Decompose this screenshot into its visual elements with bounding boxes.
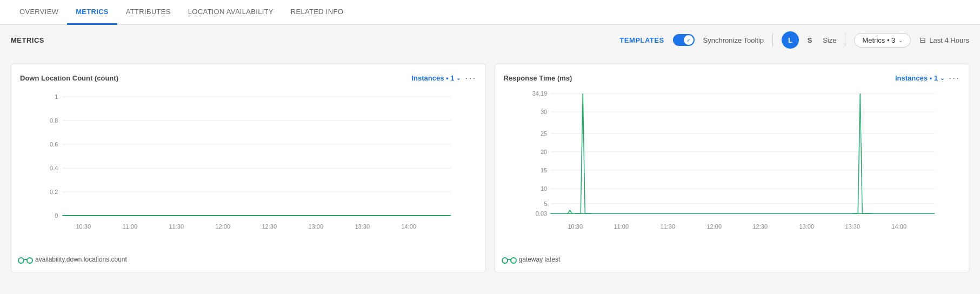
chart-area-2: 34.19 30 25 20 15 10 5 0.03 10:30 11 (504, 89, 961, 251)
svg-text:10: 10 (541, 185, 547, 192)
templates-label: TEMPLATES (619, 36, 664, 44)
svg-text:0.6: 0.6 (50, 141, 58, 148)
svg-text:10:30: 10:30 (76, 223, 91, 230)
chart-card-1: Down Location Count (count) Instances • … (11, 64, 486, 272)
svg-text:20: 20 (541, 149, 547, 155)
legend-icon-2 (504, 259, 515, 260)
svg-text:12:30: 12:30 (262, 223, 277, 230)
svg-text:13:30: 13:30 (845, 223, 860, 230)
chart-legend-1: availability.down.locations.count (20, 256, 477, 263)
svg-text:12:30: 12:30 (752, 223, 768, 230)
chart-legend-2: gateway latest (504, 256, 961, 263)
chart-title-2: Response Time (ms) (504, 74, 572, 82)
svg-text:12:00: 12:00 (706, 223, 722, 230)
legend-icon-1 (20, 259, 31, 260)
svg-text:14:00: 14:00 (891, 223, 906, 230)
main-content: Down Location Count (count) Instances • … (0, 55, 980, 281)
instances-link-2[interactable]: Instances • 1 ⌄ (895, 74, 944, 82)
nav-tabs: OVERVIEW METRICS ATTRIBUTES LOCATION AVA… (0, 0, 980, 25)
svg-text:5: 5 (544, 201, 547, 207)
toggle-switch[interactable]: ✓ (673, 34, 695, 46)
svg-text:0.03: 0.03 (535, 210, 546, 217)
svg-text:10:30: 10:30 (568, 223, 583, 230)
toggle-knob: ✓ (684, 35, 694, 45)
legend-text-2: gateway latest (519, 256, 561, 263)
calendar-icon: ⊟ (919, 36, 926, 44)
tab-metrics[interactable]: METRICS (67, 0, 117, 25)
metrics-dropdown-label: Metrics • 3 (862, 36, 895, 44)
more-options-button-1[interactable]: ··· (465, 73, 476, 83)
svg-text:1: 1 (55, 93, 58, 100)
svg-text:25: 25 (541, 130, 547, 137)
more-options-button-2[interactable]: ··· (949, 73, 960, 83)
toolbar-divider-2 (845, 34, 845, 46)
svg-text:13:00: 13:00 (799, 223, 814, 230)
instances-label-1: Instances • 1 (412, 74, 455, 82)
toolbar: METRICS TEMPLATES ✓ Synchronize Tooltip … (0, 25, 980, 55)
size-l-button[interactable]: L (782, 31, 799, 49)
chart-header-2: Response Time (ms) Instances • 1 ⌄ ··· (504, 73, 961, 83)
chart-svg-2: 34.19 30 25 20 15 10 5 0.03 10:30 11 (504, 89, 961, 251)
sync-tooltip-toggle[interactable]: ✓ (673, 34, 695, 46)
svg-text:12:00: 12:00 (215, 223, 230, 230)
chart-header-right-2: Instances • 1 ⌄ ··· (895, 73, 960, 83)
chart-area-1: 1 0.8 0.6 0.4 0.2 0 10:30 11:00 11:30 12… (20, 89, 477, 251)
svg-text:11:00: 11:00 (614, 223, 629, 230)
legend-text-1: availability.down.locations.count (35, 256, 127, 263)
svg-text:0: 0 (55, 212, 58, 219)
chart-header-1: Down Location Count (count) Instances • … (20, 73, 477, 83)
chart-card-2: Response Time (ms) Instances • 1 ⌄ ··· 3… (495, 64, 970, 272)
chevron-down-icon-1: ⌄ (456, 75, 461, 81)
svg-text:13:30: 13:30 (355, 223, 370, 230)
time-range-label[interactable]: ⊟ Last 4 Hours (919, 36, 969, 44)
svg-text:30: 30 (541, 109, 547, 115)
svg-text:15: 15 (541, 167, 547, 173)
svg-text:13:00: 13:00 (308, 223, 323, 230)
chart-title-1: Down Location Count (count) (20, 74, 118, 82)
instances-label-2: Instances • 1 (895, 74, 938, 82)
toggle-check-icon: ✓ (686, 37, 691, 43)
chart-svg-1: 1 0.8 0.6 0.4 0.2 0 10:30 11:00 11:30 12… (20, 89, 477, 251)
tab-location-availability[interactable]: LOCATION AVAILABILITY (179, 0, 282, 25)
chevron-down-icon: ⌄ (898, 37, 903, 43)
svg-text:0.4: 0.4 (50, 165, 58, 171)
size-selector: L S Size (782, 31, 836, 49)
tab-attributes[interactable]: ATTRIBUTES (117, 0, 179, 25)
metrics-dropdown[interactable]: Metrics • 3 ⌄ (854, 33, 911, 48)
svg-text:14:00: 14:00 (401, 223, 416, 230)
svg-text:0.2: 0.2 (50, 189, 58, 195)
time-range-text: Last 4 Hours (929, 36, 969, 44)
chevron-down-icon-2: ⌄ (940, 75, 944, 81)
toolbar-title: METRICS (11, 36, 44, 44)
svg-text:11:30: 11:30 (660, 223, 675, 230)
svg-text:11:00: 11:00 (122, 223, 137, 230)
svg-text:11:30: 11:30 (169, 223, 184, 230)
tab-overview[interactable]: OVERVIEW (11, 0, 67, 25)
tab-related-info[interactable]: RELATED INFO (282, 0, 352, 25)
svg-text:0.8: 0.8 (50, 117, 58, 124)
chart-header-right-1: Instances • 1 ⌄ ··· (412, 73, 477, 83)
size-label: Size (823, 36, 836, 44)
sync-tooltip-label: Synchronize Tooltip (703, 36, 764, 44)
size-s-button[interactable]: S (801, 31, 818, 49)
instances-link-1[interactable]: Instances • 1 ⌄ (412, 74, 461, 82)
toolbar-divider (772, 34, 773, 46)
svg-text:34.19: 34.19 (532, 90, 547, 97)
